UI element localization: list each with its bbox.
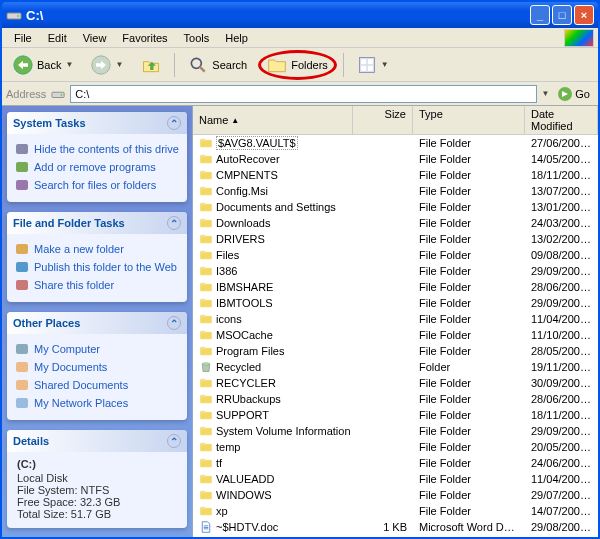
menu-edit[interactable]: Edit	[40, 30, 75, 46]
task-link[interactable]: Shared Documents	[15, 376, 181, 394]
task-link[interactable]: Share this folder	[15, 276, 181, 294]
sidebar: System Tasks⌃ Hide the contents of this …	[2, 106, 192, 539]
folder-icon	[199, 473, 213, 485]
svg-rect-20	[16, 262, 28, 272]
panel-system-tasks: System Tasks⌃ Hide the contents of this …	[7, 112, 187, 202]
address-label: Address	[6, 88, 46, 100]
file-row[interactable]: Program FilesFile Folder28/05/2008 6:20 …	[193, 343, 598, 359]
col-date[interactable]: Date Modified	[525, 106, 598, 134]
file-row[interactable]: RecycledFolder19/11/2004 12:41 PM	[193, 359, 598, 375]
details-filesystem: File System: NTFS	[17, 484, 179, 496]
file-row[interactable]: Documents and SettingsFile Folder13/01/2…	[193, 199, 598, 215]
address-dropdown-icon[interactable]: ▼	[541, 89, 549, 98]
col-name[interactable]: Name ▲	[193, 106, 353, 134]
chevron-up-icon: ⌃	[167, 434, 181, 448]
chevron-up-icon: ⌃	[167, 316, 181, 330]
minimize-button[interactable]: _	[530, 5, 550, 25]
address-input[interactable]	[70, 85, 537, 103]
drive-icon	[50, 87, 66, 101]
col-type[interactable]: Type	[413, 106, 525, 134]
task-link[interactable]: Publish this folder to the Web	[15, 258, 181, 276]
task-link[interactable]: Hide the contents of this drive	[15, 140, 181, 158]
svg-rect-24	[16, 380, 28, 390]
menu-tools[interactable]: Tools	[176, 30, 218, 46]
menu-favorites[interactable]: Favorites	[114, 30, 175, 46]
folder-icon	[199, 409, 213, 421]
folder-icon	[199, 265, 213, 277]
svg-rect-18	[16, 180, 28, 190]
folder-icon	[199, 313, 213, 325]
file-row[interactable]: tempFile Folder20/05/2005 3:58 PM	[193, 439, 598, 455]
panel-header[interactable]: Other Places⌃	[7, 312, 187, 334]
svg-rect-16	[16, 144, 28, 154]
back-button[interactable]: Back ▼	[6, 51, 80, 79]
file-row[interactable]: iconsFile Folder11/04/2008 11:53 AM	[193, 311, 598, 327]
file-row[interactable]: IBMTOOLSFile Folder29/09/2005 5:21 AM	[193, 295, 598, 311]
details-subtitle: Local Disk	[17, 472, 179, 484]
file-row[interactable]: tfFile Folder24/06/2007 5:32 PM	[193, 455, 598, 471]
file-row[interactable]: xpFile Folder14/07/2008 12:25 AM	[193, 503, 598, 519]
folder-icon	[199, 153, 213, 165]
separator	[174, 53, 175, 77]
file-list-pane[interactable]: Name ▲ Size Type Date Modified $AVG8.VAU…	[192, 106, 598, 539]
folder-icon	[199, 297, 213, 309]
views-dropdown-icon[interactable]: ▼	[381, 60, 389, 69]
col-size[interactable]: Size	[353, 106, 413, 134]
folder-icon	[199, 217, 213, 229]
file-row[interactable]: WINDOWSFile Folder29/07/2008 8:09 PM	[193, 487, 598, 503]
file-row[interactable]: DRIVERSFile Folder13/02/2008 5:31 PM	[193, 231, 598, 247]
chevron-up-icon: ⌃	[167, 116, 181, 130]
panel-header[interactable]: Details⌃	[7, 430, 187, 452]
file-row[interactable]: FilesFile Folder09/08/2007 1:35 AM	[193, 247, 598, 263]
titlebar: C:\ _ □ ×	[2, 2, 598, 28]
folder-icon	[199, 185, 213, 197]
file-row[interactable]: DownloadsFile Folder24/03/2008 4:07 PM	[193, 215, 598, 231]
panel-header[interactable]: File and Folder Tasks⌃	[7, 212, 187, 234]
go-button[interactable]: Go	[553, 86, 594, 102]
folder-icon	[199, 345, 213, 357]
task-link[interactable]: My Network Places	[15, 394, 181, 412]
folders-button[interactable]: Folders	[258, 50, 337, 80]
panel-header[interactable]: System Tasks⌃	[7, 112, 187, 134]
back-dropdown-icon[interactable]: ▼	[65, 60, 73, 69]
folder-icon	[199, 169, 213, 181]
toolbar: Back ▼ ▼ Search Folders ▼	[2, 48, 598, 82]
menu-help[interactable]: Help	[217, 30, 256, 46]
window-title: C:\	[26, 8, 528, 23]
forward-dropdown-icon[interactable]: ▼	[115, 60, 123, 69]
task-link[interactable]: Make a new folder	[15, 240, 181, 258]
file-row[interactable]: AUTOEXEC.BAT0 KBMS-DOS Batch File29/09/2…	[193, 535, 598, 539]
up-button[interactable]	[134, 51, 168, 79]
menu-view[interactable]: View	[75, 30, 115, 46]
file-row[interactable]: SUPPORTFile Folder18/11/2008 5:21 PM	[193, 407, 598, 423]
file-row[interactable]: AutoRecoverFile Folder14/05/2008 1:05 AM	[193, 151, 598, 167]
up-icon	[141, 55, 161, 75]
maximize-button[interactable]: □	[552, 5, 572, 25]
details-freespace: Free Space: 32.3 GB	[17, 496, 179, 508]
search-button[interactable]: Search	[181, 51, 254, 79]
file-row[interactable]: I386File Folder29/09/2005 5:24 AM	[193, 263, 598, 279]
file-row[interactable]: $AVG8.VAULT$File Folder27/06/2008 1:45 P…	[193, 135, 598, 151]
folder-icon	[199, 233, 213, 245]
file-row[interactable]: RECYCLERFile Folder30/09/2005 3:40 PM	[193, 375, 598, 391]
close-button[interactable]: ×	[574, 5, 594, 25]
folder-icon	[199, 377, 213, 389]
address-bar: Address ▼ Go	[2, 82, 598, 106]
menu-file[interactable]: File	[6, 30, 40, 46]
task-link[interactable]: My Computer	[15, 340, 181, 358]
task-link[interactable]: Search for files or folders	[15, 176, 181, 194]
svg-rect-17	[16, 162, 28, 172]
file-row[interactable]: VALUEADDFile Folder11/04/2008 11:53 AM	[193, 471, 598, 487]
file-row[interactable]: System Volume InformationFile Folder29/0…	[193, 423, 598, 439]
file-row[interactable]: CMPNENTSFile Folder18/11/2008 5:21 PM	[193, 167, 598, 183]
views-button[interactable]: ▼	[350, 51, 396, 79]
file-row[interactable]: RRUbackupsFile Folder28/06/2007 9:55 PM	[193, 391, 598, 407]
forward-button[interactable]: ▼	[84, 51, 130, 79]
file-row[interactable]: ~$HDTV.doc1 KBMicrosoft Word Doc...29/08…	[193, 519, 598, 535]
file-row[interactable]: MSOCacheFile Folder11/10/2005 2:10 PM	[193, 327, 598, 343]
task-link[interactable]: My Documents	[15, 358, 181, 376]
file-row[interactable]: Config.MsiFile Folder13/07/2008 10:19 AM	[193, 183, 598, 199]
views-icon	[357, 55, 377, 75]
task-link[interactable]: Add or remove programs	[15, 158, 181, 176]
file-row[interactable]: IBMSHAREFile Folder28/06/2007 9:55 PM	[193, 279, 598, 295]
